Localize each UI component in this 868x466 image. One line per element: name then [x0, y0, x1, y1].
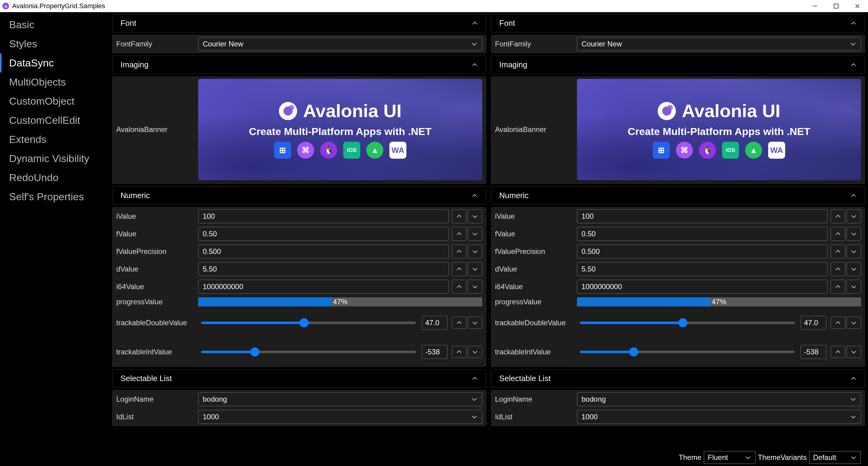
category-title: Font: [499, 19, 515, 28]
trackable-double-increment-button[interactable]: [452, 317, 466, 329]
chevron-down-icon: [472, 283, 478, 290]
sidebar-item-self-s-properties[interactable]: Self's Properties: [0, 187, 112, 206]
ivalue-input[interactable]: 100: [198, 209, 449, 223]
dvalue-increment-button[interactable]: [452, 262, 466, 276]
sidebar-item-datasync[interactable]: DataSync: [0, 53, 112, 72]
category-header-numeric[interactable]: Numeric: [491, 186, 865, 205]
category-header-imaging[interactable]: Imaging: [491, 56, 865, 74]
fvalue-precision-decrement-button[interactable]: [846, 245, 861, 258]
property-row-i64value: i64Value 1000000000: [113, 278, 486, 296]
fvalue-precision-increment-button[interactable]: [831, 245, 845, 258]
trackable-double-slider[interactable]: [201, 321, 416, 324]
id-list-combo[interactable]: 1000: [198, 410, 482, 424]
theme-variant-select[interactable]: Default: [809, 451, 861, 464]
trackable-double-decrement-button[interactable]: [846, 317, 861, 329]
trackable-int-decrement-button[interactable]: [468, 346, 482, 358]
fvalue-decrement-button[interactable]: [846, 227, 861, 241]
sidebar-item-dynamic-visibility[interactable]: Dynamic Visibility: [0, 149, 112, 168]
category-header-selectable-list[interactable]: Selectable List: [112, 369, 486, 388]
sidebar-item-styles[interactable]: Styles: [0, 34, 112, 53]
dvalue-input[interactable]: 5.50: [577, 262, 828, 276]
id-list-combo[interactable]: 1000: [577, 410, 861, 424]
chevron-down-icon: [850, 283, 857, 290]
sidebar-item-redoundo[interactable]: RedoUndo: [0, 168, 112, 187]
font-family-combo[interactable]: Courier New: [577, 37, 861, 51]
i64value-increment-button[interactable]: [831, 280, 845, 294]
property-row-trackable-double: trackableDoubleValue 47.0: [113, 308, 486, 337]
category-header-font[interactable]: Font: [112, 14, 486, 32]
trackable-int-value-input[interactable]: -538: [422, 345, 448, 359]
property-row-dvalue: dValue 5.50: [113, 260, 486, 278]
property-label: fValuePrecision: [116, 247, 198, 256]
ivalue-increment-button[interactable]: [831, 209, 845, 223]
dvalue-decrement-button[interactable]: [846, 262, 861, 276]
property-label: AvaloniaBanner: [116, 125, 198, 134]
window-minimize-button[interactable]: [804, 0, 826, 12]
theme-select[interactable]: Fluent: [704, 451, 755, 464]
property-label: AvaloniaBanner: [495, 125, 577, 134]
property-label: IdList: [116, 413, 198, 421]
dvalue-decrement-button[interactable]: [468, 262, 482, 276]
trackable-double-slider[interactable]: [580, 321, 795, 324]
ivalue-decrement-button[interactable]: [846, 209, 861, 223]
sidebar: BasicStylesDataSyncMultiObjectsCustomObj…: [0, 12, 112, 449]
fvalue-precision-increment-button[interactable]: [452, 245, 466, 258]
ivalue-increment-button[interactable]: [452, 209, 466, 223]
trackable-int-slider[interactable]: [580, 351, 795, 353]
window-maximize-button[interactable]: [826, 0, 847, 12]
fvalue-precision-input[interactable]: 0.500: [577, 245, 828, 258]
trackable-int-slider-thumb[interactable]: [250, 347, 259, 356]
i64value-input[interactable]: 1000000000: [198, 280, 449, 294]
fvalue-precision-input[interactable]: 0.500: [198, 245, 449, 258]
sidebar-item-customobject[interactable]: CustomObject: [0, 92, 112, 111]
category-header-imaging[interactable]: Imaging: [112, 56, 486, 74]
trackable-int-value-input[interactable]: -538: [801, 345, 827, 359]
fvalue-input[interactable]: 0.50: [198, 227, 449, 241]
login-name-combo[interactable]: bodong: [577, 392, 861, 406]
category-title: Imaging: [121, 60, 149, 69]
category-title: Numeric: [121, 191, 150, 200]
font-family-combo[interactable]: Courier New: [198, 37, 482, 51]
trackable-int-slider-thumb[interactable]: [629, 347, 638, 356]
sidebar-item-basic[interactable]: Basic: [0, 15, 112, 34]
property-list-numeric: iValue 100 fValue 0.50 fValuePrecision 0…: [112, 207, 486, 367]
ivalue-input[interactable]: 100: [577, 209, 828, 223]
trackable-double-slider-thumb[interactable]: [678, 318, 687, 328]
window-close-button[interactable]: [847, 0, 868, 12]
category-header-selectable-list[interactable]: Selectable List: [491, 369, 865, 388]
category-header-numeric[interactable]: Numeric: [112, 186, 486, 205]
avalonia-banner-image: Avalonia UI Create Multi-Platform Apps w…: [198, 79, 482, 180]
trackable-double-decrement-button[interactable]: [468, 317, 482, 329]
fvalue-increment-button[interactable]: [831, 227, 845, 241]
trackable-int-increment-button[interactable]: [831, 346, 845, 358]
dvalue-input[interactable]: 5.50: [198, 262, 449, 276]
i64value-decrement-button[interactable]: [468, 280, 482, 294]
property-row-avalonia-banner: AvaloniaBanner Avalonia UI Create Multi-…: [113, 77, 486, 184]
sidebar-item-customcelledit[interactable]: CustomCellEdit: [0, 111, 112, 130]
fvalue-precision-decrement-button[interactable]: [468, 245, 482, 258]
i64value-input[interactable]: 1000000000: [577, 280, 828, 294]
chevron-up-icon: [471, 192, 478, 199]
category-header-font[interactable]: Font: [491, 14, 865, 32]
trackable-int-slider[interactable]: [201, 351, 416, 353]
trackable-double-value-input[interactable]: 47.0: [801, 316, 827, 330]
trackable-double-slider-thumb[interactable]: [300, 318, 309, 328]
progress-value-progress: 47%: [577, 297, 861, 306]
macos-icon: ⌘: [297, 142, 314, 159]
login-name-combo[interactable]: bodong: [198, 392, 482, 406]
font-family-combo-value: Courier New: [203, 40, 243, 48]
chevron-down-icon: [472, 266, 478, 273]
fvalue-input[interactable]: 0.50: [577, 227, 828, 241]
fvalue-decrement-button[interactable]: [468, 227, 482, 241]
trackable-double-value-input[interactable]: 47.0: [422, 316, 448, 330]
sidebar-item-multiobjects[interactable]: MultiObjects: [0, 72, 112, 92]
i64value-increment-button[interactable]: [452, 280, 466, 294]
trackable-int-increment-button[interactable]: [452, 346, 466, 358]
i64value-decrement-button[interactable]: [846, 280, 861, 294]
fvalue-increment-button[interactable]: [452, 227, 466, 241]
trackable-double-increment-button[interactable]: [831, 317, 845, 329]
dvalue-increment-button[interactable]: [831, 262, 845, 276]
trackable-int-decrement-button[interactable]: [846, 346, 861, 358]
ivalue-decrement-button[interactable]: [468, 209, 482, 223]
sidebar-item-extends[interactable]: Extends: [0, 130, 112, 149]
